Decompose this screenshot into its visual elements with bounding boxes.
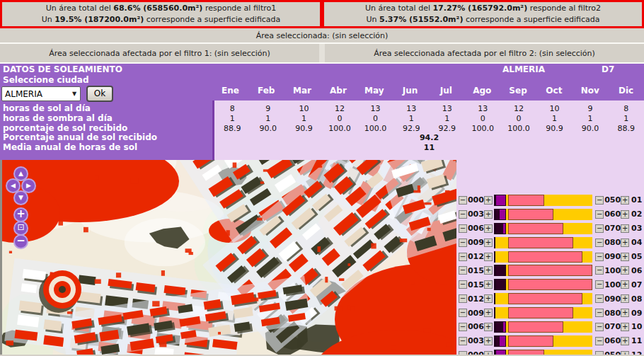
range-left-decrement-button[interactable]: − (459, 253, 467, 261)
range-left-decrement-button[interactable]: − (459, 280, 467, 289)
range-right-decrement-button[interactable]: − (595, 351, 604, 355)
range-slider-track[interactable] (494, 350, 592, 355)
range-left-increment-button[interactable]: + (484, 266, 493, 275)
range-slider-track[interactable] (494, 223, 592, 234)
range-left-decrement-button[interactable]: − (459, 309, 467, 317)
range-slider-handle[interactable] (495, 350, 506, 355)
range-left-increment-button[interactable]: + (484, 323, 493, 331)
city-select-label: Seleccione ciudad (3, 75, 89, 85)
range-slider-track[interactable] (494, 237, 592, 248)
range-right-decrement-button[interactable]: − (595, 224, 604, 233)
row-label: Media anual de horas de sol (3, 143, 157, 153)
range-right-increment-button[interactable]: + (621, 351, 629, 355)
range-right-value: 070 (604, 224, 620, 233)
range-slider-handle[interactable] (495, 209, 506, 220)
range-left-decrement-button[interactable]: − (459, 294, 467, 303)
range-right-value: 060 (604, 209, 620, 219)
month-header: Nov (572, 86, 608, 96)
pan-down-button[interactable]: ▼ (13, 190, 28, 205)
range-left-decrement-button[interactable]: − (459, 196, 467, 205)
city-name-header: ALMERIA (487, 64, 560, 74)
value-cell: 13 (465, 104, 501, 114)
zoom-in-button[interactable]: + (13, 207, 28, 222)
ok-button[interactable]: Ok (86, 86, 113, 102)
row-number: 07 (631, 280, 644, 289)
annual-value: 94.2 (214, 133, 644, 143)
range-left-value: 006 (468, 224, 483, 233)
range-left-increment-button[interactable]: + (484, 224, 493, 233)
range-left-value: 000 (468, 350, 483, 355)
range-slider-handle[interactable] (495, 223, 506, 234)
range-left-decrement-button[interactable]: − (459, 224, 467, 233)
recenter-button[interactable]: ⊡ (13, 221, 28, 236)
range-right-increment-button[interactable]: + (621, 337, 629, 345)
range-left-increment-button[interactable]: + (484, 280, 493, 289)
row-number: 06 (631, 266, 644, 275)
range-left-increment-button[interactable]: + (484, 196, 493, 205)
range-left-decrement-button[interactable]: − (459, 323, 467, 331)
range-left-increment-button[interactable]: + (484, 210, 493, 219)
range-right-decrement-button[interactable]: − (595, 239, 604, 247)
value-cell: 0 (322, 114, 358, 124)
range-left-decrement-button[interactable]: − (459, 266, 467, 275)
range-right-increment-button[interactable]: + (621, 224, 629, 233)
range-right-decrement-button[interactable]: − (595, 196, 604, 205)
range-slider-handle[interactable] (495, 279, 506, 290)
range-right-decrement-button[interactable]: − (595, 323, 604, 331)
zoom-out-button[interactable]: − (13, 234, 28, 249)
solar-map-view[interactable]: ▲◀▶▼+⊡− (0, 160, 456, 355)
range-right-increment-button[interactable]: + (621, 294, 629, 303)
value-cell: 13 (393, 104, 430, 114)
range-right-decrement-button[interactable]: − (595, 210, 604, 219)
filter1-line2: Un 19.5% (187200.0m²) corresponde a supe… (2, 14, 320, 25)
range-right-increment-button[interactable]: + (621, 309, 629, 317)
range-slider-track[interactable] (494, 335, 592, 347)
range-slider-track[interactable] (494, 251, 592, 263)
range-left-increment-button[interactable]: + (484, 309, 493, 317)
selected-area-status: Área seleccionada: (sin selección) (0, 28, 644, 44)
range-left-increment-button[interactable]: + (484, 351, 493, 355)
value-cell: 9 (573, 104, 609, 114)
range-right-increment-button[interactable]: + (621, 323, 629, 331)
range-left-value: 015 (468, 266, 483, 275)
range-slider-handle[interactable] (495, 265, 506, 276)
range-slider-handle[interactable] (495, 335, 506, 347)
range-right-increment-button[interactable]: + (621, 253, 629, 261)
range-slider-track[interactable] (494, 195, 592, 206)
range-slider-handle[interactable] (495, 321, 506, 333)
range-left-increment-button[interactable]: + (484, 239, 493, 247)
range-right-increment-button[interactable]: + (621, 266, 629, 275)
range-slider-track[interactable] (494, 293, 592, 304)
range-right-decrement-button[interactable]: − (595, 337, 604, 345)
range-right-decrement-button[interactable]: − (595, 280, 604, 289)
range-right-increment-button[interactable]: + (621, 210, 629, 219)
range-slider-track[interactable] (494, 321, 592, 333)
range-left-decrement-button[interactable]: − (459, 239, 467, 247)
range-left-increment-button[interactable]: + (484, 294, 493, 303)
range-right-increment-button[interactable]: + (621, 280, 629, 289)
range-slider-handle[interactable] (495, 195, 506, 206)
range-left-value: 009 (468, 238, 483, 247)
range-slider-track[interactable] (494, 279, 592, 290)
range-right-decrement-button[interactable]: − (595, 294, 604, 303)
range-left-decrement-button[interactable]: − (459, 351, 467, 355)
range-left-increment-button[interactable]: + (484, 337, 493, 345)
range-right-decrement-button[interactable]: − (595, 253, 604, 261)
range-right-decrement-button[interactable]: − (595, 266, 604, 275)
range-right-increment-button[interactable]: + (621, 196, 629, 205)
range-slider-track[interactable] (494, 265, 592, 276)
range-slider-track[interactable] (494, 307, 592, 318)
range-left-decrement-button[interactable]: − (459, 337, 467, 345)
city-select[interactable]: ALMERIA ▼ (1, 86, 81, 101)
range-right-increment-button[interactable]: + (621, 239, 629, 247)
month-header: Dic (608, 86, 644, 96)
range-left-increment-button[interactable]: + (484, 253, 493, 261)
chevron-down-icon[interactable]: ▼ (69, 91, 80, 97)
range-selected-band (508, 223, 563, 234)
city-select-value: ALMERIA (2, 89, 69, 99)
slider-row: −006+−070+03 (456, 222, 644, 236)
value-row: 111001100111 (214, 114, 644, 124)
range-left-decrement-button[interactable]: − (459, 210, 467, 219)
range-right-decrement-button[interactable]: − (595, 309, 604, 317)
range-slider-track[interactable] (494, 209, 592, 220)
